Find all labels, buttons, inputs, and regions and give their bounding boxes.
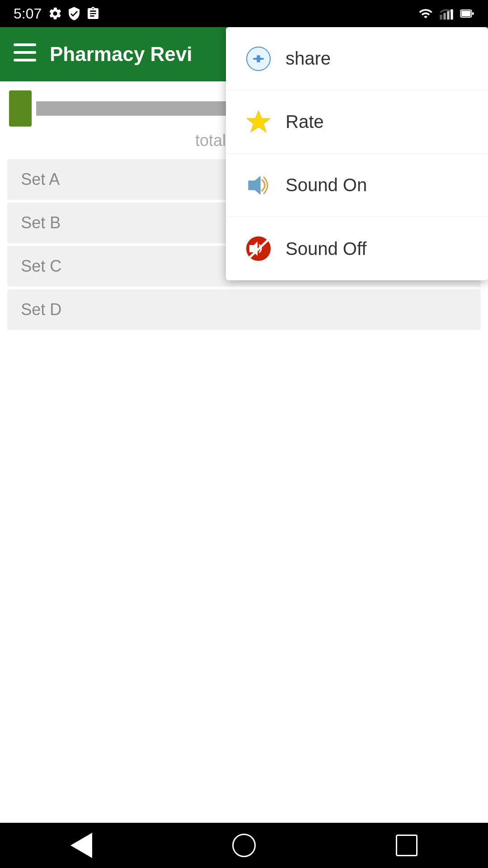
menu-item-sound-on[interactable]: Sound On bbox=[226, 154, 488, 217]
svg-rect-6 bbox=[472, 12, 474, 14]
app-title: Pharmacy Revi bbox=[50, 43, 192, 66]
dropdown-menu: share Rate Sound On bbox=[226, 27, 488, 280]
wifi-icon bbox=[418, 6, 433, 21]
svg-marker-12 bbox=[249, 176, 260, 194]
sound-off-icon bbox=[244, 234, 273, 263]
svg-rect-7 bbox=[14, 43, 36, 46]
settings-icon bbox=[48, 6, 62, 21]
svg-marker-11 bbox=[247, 111, 270, 132]
home-button[interactable] bbox=[226, 827, 262, 863]
share-label: share bbox=[286, 48, 331, 69]
svg-rect-5 bbox=[461, 11, 470, 16]
svg-rect-9 bbox=[14, 59, 36, 61]
set-item-d-label: Set D bbox=[21, 300, 61, 319]
clipboard-icon bbox=[86, 6, 100, 21]
status-time: 5:07 bbox=[14, 5, 42, 22]
menu-item-rate[interactable]: Rate bbox=[226, 90, 488, 154]
rate-label: Rate bbox=[286, 112, 324, 132]
svg-rect-8 bbox=[14, 51, 36, 54]
status-left: 5:07 bbox=[14, 5, 100, 22]
share-icon bbox=[244, 44, 273, 73]
battery-icon bbox=[460, 6, 474, 21]
set-item-d[interactable]: Set D bbox=[7, 289, 481, 330]
set-item-c-label: Set C bbox=[21, 257, 61, 276]
status-right bbox=[418, 6, 474, 21]
hamburger-menu-icon[interactable] bbox=[14, 43, 36, 65]
svg-rect-2 bbox=[447, 11, 449, 20]
status-icons bbox=[48, 6, 100, 21]
star-icon bbox=[244, 108, 273, 137]
play-protect-icon bbox=[67, 6, 81, 21]
menu-item-sound-off[interactable]: Sound Off bbox=[226, 217, 488, 280]
set-item-a-label: Set A bbox=[21, 170, 60, 189]
status-bar: 5:07 bbox=[0, 0, 488, 27]
bottom-nav bbox=[0, 823, 488, 868]
menu-item-share[interactable]: share bbox=[226, 27, 488, 90]
recents-icon bbox=[396, 835, 418, 856]
green-progress-indicator bbox=[9, 90, 32, 127]
back-button[interactable] bbox=[63, 827, 99, 863]
sound-off-label: Sound Off bbox=[286, 239, 366, 259]
recents-button[interactable] bbox=[389, 827, 425, 863]
signal-icon bbox=[439, 6, 454, 21]
sound-on-icon bbox=[244, 171, 273, 200]
svg-rect-3 bbox=[450, 9, 453, 20]
svg-rect-1 bbox=[443, 13, 446, 20]
svg-rect-0 bbox=[440, 15, 442, 20]
sound-on-label: Sound On bbox=[286, 175, 367, 195]
set-item-b-label: Set B bbox=[21, 213, 61, 232]
home-icon bbox=[232, 834, 256, 857]
back-icon bbox=[70, 833, 92, 858]
